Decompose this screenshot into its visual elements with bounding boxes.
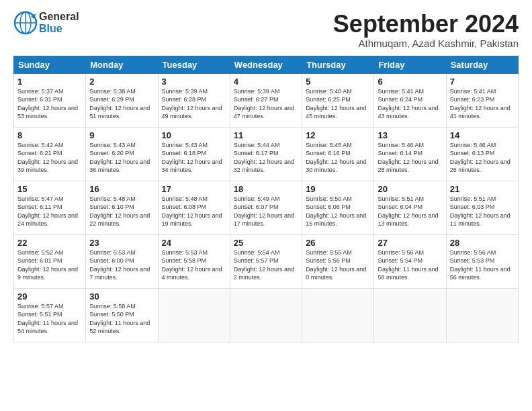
day-number: 27 [378,238,442,248]
logo: General Blue [13,11,79,35]
day-number: 2 [89,77,154,87]
header: General Blue September 2024 Athmuqam, Az… [13,11,519,49]
table-row: 29Sunrise: 5:57 AMSunset: 5:51 PMDayligh… [14,288,519,342]
day-info: Sunrise: 5:44 AMSunset: 6:17 PMDaylight:… [234,141,298,175]
day-info: Sunrise: 5:37 AMSunset: 6:31 PMDaylight:… [17,87,82,121]
calendar-cell: 16Sunrise: 5:48 AMSunset: 6:10 PMDayligh… [86,181,158,234]
day-info: Sunrise: 5:50 AMSunset: 6:06 PMDaylight:… [306,195,370,228]
calendar-cell [446,288,518,342]
day-info: Sunrise: 5:51 AMSunset: 6:03 PMDaylight:… [450,195,515,228]
day-info: Sunrise: 5:38 AMSunset: 6:29 PMDaylight:… [89,87,154,121]
day-info: Sunrise: 5:42 AMSunset: 6:21 PMDaylight:… [17,141,82,175]
calendar-cell: 26Sunrise: 5:55 AMSunset: 5:56 PMDayligh… [302,234,374,288]
day-number: 16 [89,184,154,194]
day-info: Sunrise: 5:48 AMSunset: 6:08 PMDaylight:… [162,195,226,228]
day-number: 28 [450,238,515,248]
day-number: 18 [234,184,298,194]
day-number: 24 [162,238,226,248]
calendar-cell: 30Sunrise: 5:58 AMSunset: 5:50 PMDayligh… [86,288,158,342]
col-wednesday: Wednesday [230,56,302,73]
day-number: 29 [17,291,82,302]
col-friday: Friday [374,56,446,73]
col-sunday: Sunday [14,56,86,73]
day-info: Sunrise: 5:53 AMSunset: 6:00 PMDaylight:… [89,248,154,282]
day-info: Sunrise: 5:45 AMSunset: 6:16 PMDaylight:… [306,141,370,175]
calendar-cell: 10Sunrise: 5:43 AMSunset: 6:18 PMDayligh… [158,127,230,181]
day-info: Sunrise: 5:41 AMSunset: 6:24 PMDaylight:… [378,87,442,121]
day-info: Sunrise: 5:57 AMSunset: 5:51 PMDaylight:… [17,302,82,336]
day-info: Sunrise: 5:43 AMSunset: 6:20 PMDaylight:… [89,141,154,175]
day-number: 19 [306,184,370,194]
calendar-cell: 6Sunrise: 5:41 AMSunset: 6:24 PMDaylight… [374,73,446,127]
table-row: 15Sunrise: 5:47 AMSunset: 6:11 PMDayligh… [14,181,519,234]
day-number: 21 [450,184,515,194]
day-info: Sunrise: 5:56 AMSunset: 5:54 PMDaylight:… [378,248,442,282]
calendar-cell: 15Sunrise: 5:47 AMSunset: 6:11 PMDayligh… [14,181,86,234]
day-info: Sunrise: 5:43 AMSunset: 6:18 PMDaylight:… [162,141,226,175]
calendar-cell: 9Sunrise: 5:43 AMSunset: 6:20 PMDaylight… [86,127,158,181]
day-number: 20 [378,184,442,194]
calendar-cell: 4Sunrise: 5:39 AMSunset: 6:27 PMDaylight… [230,73,302,127]
day-number: 4 [234,77,298,87]
calendar-cell: 27Sunrise: 5:56 AMSunset: 5:54 PMDayligh… [374,234,446,288]
calendar-cell: 13Sunrise: 5:46 AMSunset: 6:14 PMDayligh… [374,127,446,181]
day-info: Sunrise: 5:39 AMSunset: 6:27 PMDaylight:… [234,87,298,121]
calendar-cell: 21Sunrise: 5:51 AMSunset: 6:03 PMDayligh… [446,181,518,234]
calendar-cell: 24Sunrise: 5:53 AMSunset: 5:58 PMDayligh… [158,234,230,288]
day-number: 9 [89,130,154,140]
day-info: Sunrise: 5:41 AMSunset: 6:23 PMDaylight:… [450,87,515,121]
calendar-cell: 14Sunrise: 5:46 AMSunset: 6:13 PMDayligh… [446,127,518,181]
day-number: 13 [378,130,442,140]
month-title: September 2024 [333,11,519,38]
calendar-cell: 18Sunrise: 5:49 AMSunset: 6:07 PMDayligh… [230,181,302,234]
page: General Blue September 2024 Athmuqam, Az… [0,0,532,411]
calendar-cell: 8Sunrise: 5:42 AMSunset: 6:21 PMDaylight… [14,127,86,181]
calendar-cell: 12Sunrise: 5:45 AMSunset: 6:16 PMDayligh… [302,127,374,181]
calendar-cell [158,288,230,342]
day-info: Sunrise: 5:56 AMSunset: 5:53 PMDaylight:… [450,248,515,282]
day-number: 11 [234,130,298,140]
calendar-cell [230,288,302,342]
col-thursday: Thursday [302,56,374,73]
day-info: Sunrise: 5:46 AMSunset: 6:13 PMDaylight:… [450,141,515,175]
calendar-cell: 17Sunrise: 5:48 AMSunset: 6:08 PMDayligh… [158,181,230,234]
calendar-cell: 2Sunrise: 5:38 AMSunset: 6:29 PMDaylight… [86,73,158,127]
day-info: Sunrise: 5:58 AMSunset: 5:50 PMDaylight:… [89,302,154,336]
table-row: 22Sunrise: 5:52 AMSunset: 6:01 PMDayligh… [14,234,519,288]
day-number: 22 [17,238,82,248]
day-info: Sunrise: 5:49 AMSunset: 6:07 PMDaylight:… [234,195,298,228]
calendar-header-row: Sunday Monday Tuesday Wednesday Thursday… [14,56,519,73]
day-number: 1 [17,77,82,87]
day-number: 26 [306,238,370,248]
day-number: 8 [17,130,82,140]
day-number: 23 [89,238,154,248]
calendar-cell [374,288,446,342]
day-number: 25 [234,238,298,248]
calendar-table: Sunday Monday Tuesday Wednesday Thursday… [13,56,519,342]
day-number: 3 [162,77,226,87]
calendar-cell: 3Sunrise: 5:39 AMSunset: 6:28 PMDaylight… [158,73,230,127]
day-info: Sunrise: 5:52 AMSunset: 6:01 PMDaylight:… [17,248,82,282]
calendar-cell: 5Sunrise: 5:40 AMSunset: 6:25 PMDaylight… [302,73,374,127]
day-number: 15 [17,184,82,194]
day-info: Sunrise: 5:55 AMSunset: 5:56 PMDaylight:… [306,248,370,282]
day-info: Sunrise: 5:39 AMSunset: 6:28 PMDaylight:… [162,87,226,121]
logo-blue: Blue [39,23,79,35]
day-number: 12 [306,130,370,140]
col-saturday: Saturday [446,56,518,73]
calendar-cell: 29Sunrise: 5:57 AMSunset: 5:51 PMDayligh… [14,288,86,342]
calendar-cell: 25Sunrise: 5:54 AMSunset: 5:57 PMDayligh… [230,234,302,288]
day-info: Sunrise: 5:53 AMSunset: 5:58 PMDaylight:… [162,248,226,282]
location: Athmuqam, Azad Kashmir, Pakistan [333,38,519,49]
day-number: 30 [89,291,154,302]
day-number: 5 [306,77,370,87]
day-info: Sunrise: 5:48 AMSunset: 6:10 PMDaylight:… [89,195,154,228]
day-info: Sunrise: 5:54 AMSunset: 5:57 PMDaylight:… [234,248,298,282]
day-info: Sunrise: 5:47 AMSunset: 6:11 PMDaylight:… [17,195,82,228]
logo-general: General [39,11,79,23]
col-monday: Monday [86,56,158,73]
calendar-cell: 7Sunrise: 5:41 AMSunset: 6:23 PMDaylight… [446,73,518,127]
table-row: 8Sunrise: 5:42 AMSunset: 6:21 PMDaylight… [14,127,519,181]
day-info: Sunrise: 5:46 AMSunset: 6:14 PMDaylight:… [378,141,442,175]
calendar-cell: 20Sunrise: 5:51 AMSunset: 6:04 PMDayligh… [374,181,446,234]
